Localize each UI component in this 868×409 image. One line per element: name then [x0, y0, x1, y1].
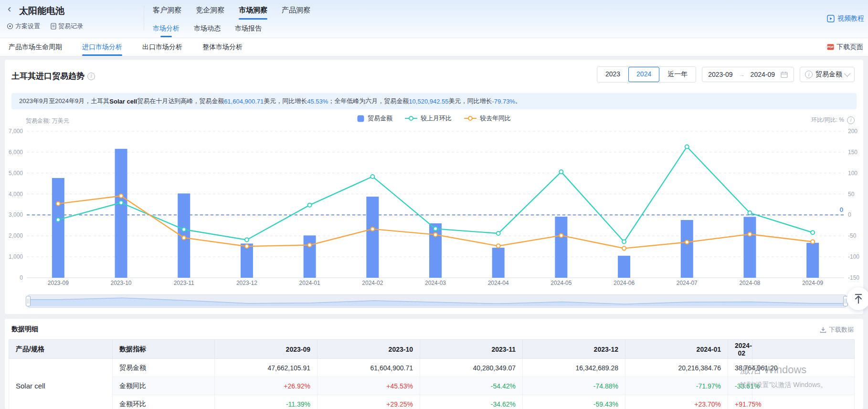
- scheme-settings-button[interactable]: 方案设置: [7, 22, 40, 31]
- info-icon[interactable]: i: [87, 73, 95, 80]
- value-cell: -33.61%: [728, 377, 752, 395]
- table-row: 金额环比-11.39%+29.25%-34.62%-59.43%+23.70%+…: [9, 395, 855, 409]
- table-row: Solar cell贸易金额47,662,105.9161,604,900.71…: [9, 359, 855, 377]
- download-page-button[interactable]: PDF 下载页面: [827, 38, 863, 56]
- svg-text:6,000: 6,000: [9, 149, 23, 156]
- data-point: [559, 170, 563, 174]
- chart-controls: 2023 2024 近一年 2023-09 → 2024-09 i 贸易金额: [597, 67, 855, 82]
- trade-amount-bar: [618, 256, 630, 278]
- chevron-down-icon: [844, 71, 850, 77]
- nav-export-market-analysis[interactable]: 出口市场分析: [142, 38, 182, 56]
- play-video-icon: [827, 15, 835, 22]
- svg-text:100: 100: [848, 170, 857, 177]
- x-axis-label: 2023-11: [174, 280, 194, 286]
- legend-item[interactable]: 较上月环比: [405, 114, 452, 123]
- date-range-end: 2024-09: [751, 71, 775, 78]
- right-axis-unit-label: 环比/同比: % i: [811, 116, 855, 124]
- sub-tabs: 市场分析 市场动态 市场报告: [153, 20, 262, 38]
- top-header: ‹ 太阳能电池 方案设置 贸易记录 客户洞察 竞企洞察: [0, 0, 868, 38]
- year-2024-button[interactable]: 2024: [628, 67, 659, 82]
- value-cell: +91.75%: [728, 395, 752, 409]
- subtab-market-report[interactable]: 市场报告: [235, 20, 262, 38]
- svg-text:PDF: PDF: [827, 45, 834, 49]
- legend-item[interactable]: 较去年同比: [464, 114, 511, 123]
- value-cell: 16,342,689.28: [523, 359, 625, 377]
- data-point: [622, 240, 626, 244]
- date-range-picker[interactable]: 2023-09 → 2024-09: [702, 67, 794, 82]
- indicator-cell: 金额同比: [113, 377, 215, 395]
- value-cell: -71.97%: [625, 377, 728, 395]
- x-axis-label: 2023-09: [48, 280, 69, 286]
- trade-amount-bar: [366, 197, 379, 278]
- year-2023-button[interactable]: 2023: [597, 67, 628, 82]
- year-segmented-control: 2023 2024 近一年: [597, 66, 696, 83]
- header-divider: [144, 6, 144, 31]
- value-cell: -11.39%: [215, 395, 318, 409]
- svg-text:4,000: 4,000: [9, 191, 23, 198]
- download-page-label: 下载页面: [836, 43, 863, 52]
- subtab-market-dynamics[interactable]: 市场动态: [194, 20, 221, 38]
- trade-amount-bar: [681, 220, 693, 278]
- legend-item[interactable]: 贸易金额: [357, 114, 392, 123]
- x-axis-label: 2024-07: [677, 280, 698, 286]
- download-icon: [820, 326, 826, 333]
- datazoom-slider[interactable]: [28, 294, 846, 308]
- column-header: 2023-12: [523, 340, 625, 359]
- recent-year-button[interactable]: 近一年: [659, 67, 696, 82]
- x-axis-label: 2024-08: [739, 280, 760, 286]
- data-point: [559, 233, 563, 237]
- data-point: [497, 231, 500, 235]
- column-header-partial: [752, 340, 855, 359]
- nav-product-lifecycle[interactable]: 产品市场生命周期: [9, 38, 62, 56]
- column-header: 数据指标: [113, 340, 215, 359]
- main-tabs: 客户洞察 竞企洞察 市场洞察 产品洞察: [153, 0, 310, 20]
- svg-text:1,000: 1,000: [9, 253, 23, 260]
- nav-import-market-analysis[interactable]: 进口市场分析: [82, 38, 122, 56]
- back-to-top-button[interactable]: [847, 287, 868, 310]
- indicator-cell: 金额环比: [113, 395, 215, 409]
- x-axis-label: 2024-03: [425, 280, 446, 286]
- data-point: [748, 232, 752, 236]
- partial-cell: [752, 395, 855, 409]
- data-detail-card: 数据明细 下载数据 产品/规格数据指标2023-092023-102023-11…: [5, 319, 863, 409]
- trade-amount-bar: [555, 217, 567, 278]
- svg-text:7,000: 7,000: [9, 128, 23, 135]
- legend-line-marker: [464, 115, 476, 121]
- data-point: [56, 202, 60, 206]
- subtab-market-analysis[interactable]: 市场分析: [153, 20, 180, 38]
- product-cell: Solar cell: [9, 359, 113, 409]
- nav-overall-market-analysis[interactable]: 整体市场分析: [202, 38, 243, 56]
- value-cell: +45.53%: [318, 377, 420, 395]
- svg-text:5,000: 5,000: [9, 170, 23, 177]
- datazoom-preview-wave: [28, 295, 845, 306]
- date-range-arrow-icon: →: [739, 71, 745, 78]
- back-icon[interactable]: ‹: [8, 4, 11, 14]
- chart-legend: 贸易金额较上月环比较去年同比: [5, 114, 863, 123]
- datazoom-left-handle[interactable]: [26, 296, 31, 306]
- trade-amount-bar: [743, 217, 756, 278]
- legend-label: 较去年同比: [480, 114, 511, 123]
- data-point: [370, 227, 374, 231]
- tab-customer-insight[interactable]: 客户洞察: [153, 0, 181, 20]
- tab-product-insight[interactable]: 产品洞察: [282, 0, 310, 20]
- tab-competitor-insight[interactable]: 竞企洞察: [196, 0, 224, 20]
- svg-text:-150: -150: [848, 274, 859, 281]
- metric-dropdown[interactable]: i 贸易金额: [800, 67, 855, 82]
- trade-records-button[interactable]: 贸易记录: [51, 22, 83, 31]
- video-tutorial-button[interactable]: 视频教程: [827, 14, 864, 23]
- value-cell: 20,216,384.76: [625, 359, 728, 377]
- value-cell: 61,604,900.71: [318, 359, 420, 377]
- info-icon[interactable]: i: [847, 116, 855, 124]
- tab-market-insight[interactable]: 市场洞察: [239, 0, 267, 20]
- table-row: 金额同比+26.92%+45.53%-54.42%-74.88%-71.97%-…: [9, 377, 855, 395]
- value-cell: -34.62%: [420, 395, 523, 409]
- partial-cell: [752, 377, 855, 395]
- x-axis-label: 2023-12: [236, 280, 257, 286]
- data-point: [56, 218, 60, 221]
- value-cell: 47,662,105.91: [215, 359, 318, 377]
- data-point: [245, 244, 249, 248]
- scheme-settings-label: 方案设置: [15, 22, 40, 31]
- chart-title-text: 土耳其进口贸易趋势: [11, 71, 85, 82]
- trend-chart: 7,0002006,0001505,0001004,000503,00002,0…: [5, 124, 863, 294]
- download-data-button[interactable]: 下载数据: [820, 325, 854, 334]
